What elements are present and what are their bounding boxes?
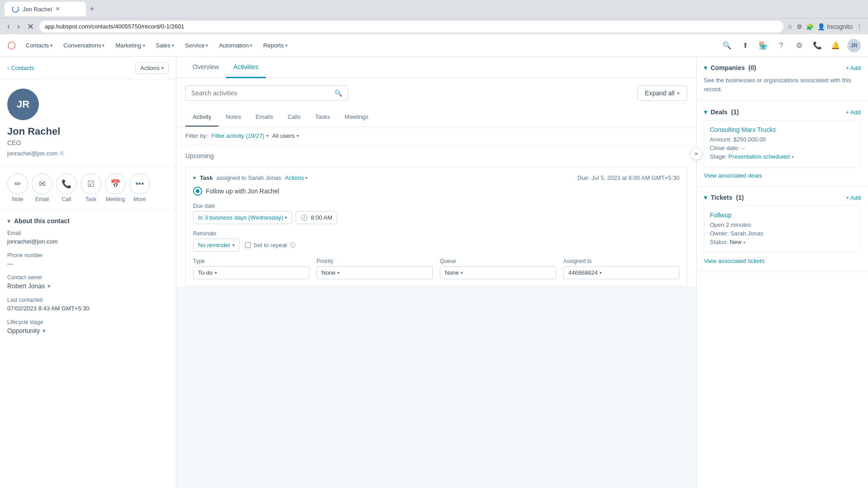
queue-select-button[interactable]: None ▾ xyxy=(440,266,556,279)
user-filter-button[interactable]: All users ▾ xyxy=(272,132,299,139)
nav-automation[interactable]: Automation ▾ xyxy=(214,39,257,52)
right-panel: ▾ Companies (0) + Add See the businesses… xyxy=(696,57,868,488)
settings-icon[interactable]: ⚙ xyxy=(797,23,802,30)
view-tickets-link[interactable]: View associated tickets xyxy=(704,258,861,264)
new-tab-button[interactable]: + xyxy=(90,5,94,14)
lifecycle-dropdown-icon[interactable]: ▾ xyxy=(42,327,46,334)
task-actions-button[interactable]: Actions ▾ xyxy=(285,174,308,181)
expand-all-label: Expand all xyxy=(645,89,675,97)
sidebar-collapse-button[interactable]: » xyxy=(690,147,703,160)
filter-bar: Filter by: Filter activity (19/27) ▾ All… xyxy=(176,127,696,145)
nav-sales[interactable]: Sales ▾ xyxy=(151,39,179,52)
reminder-picker-button[interactable]: No reminder ▾ xyxy=(193,239,240,252)
deals-add-button[interactable]: + Add xyxy=(845,109,861,116)
search-icon[interactable]: 🔍 xyxy=(721,39,733,52)
type-select-button[interactable]: To-do ▾ xyxy=(193,266,309,279)
set-to-repeat-label: Set to repeat xyxy=(254,242,287,249)
view-deals-link[interactable]: View associated deals xyxy=(704,172,861,179)
more-action-button[interactable]: ••• More xyxy=(129,174,150,202)
tickets-collapse-icon[interactable]: ▾ xyxy=(704,194,707,201)
ticket-status-label: Status: xyxy=(710,239,728,245)
nav-contacts-label: Contacts xyxy=(26,42,49,49)
nav-reports[interactable]: Reports ▾ xyxy=(259,39,292,52)
tab-activities[interactable]: Activities xyxy=(226,57,265,78)
activity-filter-button[interactable]: Filter activity (19/27) ▾ xyxy=(212,132,269,139)
hubspot-logo[interactable]: ⬡ xyxy=(7,40,16,52)
priority-select-button[interactable]: None ▾ xyxy=(316,266,433,279)
due-date-picker-button[interactable]: In 3 business days (Wednesday) ▾ xyxy=(193,211,292,224)
email-action-button[interactable]: ✉ Email xyxy=(32,174,52,202)
companies-section-header: ▾ Companies (0) + Add xyxy=(704,64,861,71)
tab-overview[interactable]: Overview xyxy=(185,57,226,78)
notifications-icon[interactable]: 🔔 xyxy=(829,39,842,52)
phone-icon[interactable]: 📞 xyxy=(811,39,824,52)
activity-tab-emails[interactable]: Emails xyxy=(248,108,280,127)
nav-sales-chevron: ▾ xyxy=(172,43,174,48)
back-to-contacts-link[interactable]: ‹ Contacts xyxy=(7,65,34,71)
activity-tab-notes[interactable]: Notes xyxy=(218,108,248,127)
task-collapse-icon[interactable]: ▾ xyxy=(193,174,196,181)
nav-right-icons: 🔍 ⬆ 🏪 ? ⚙ 📞 🔔 JR xyxy=(721,39,861,52)
help-icon[interactable]: ? xyxy=(775,39,788,52)
owner-name: Robert Jonas xyxy=(7,282,45,290)
task-check-circle[interactable] xyxy=(193,187,202,196)
time-picker-button[interactable]: 🕗 8:00 AM xyxy=(296,211,337,224)
copy-email-icon[interactable]: ⎘ xyxy=(60,150,64,157)
actions-button[interactable]: Actions ▾ xyxy=(135,62,169,74)
about-section-header[interactable]: ▾ About this contact xyxy=(7,217,169,225)
bookmark-icon[interactable]: ☆ xyxy=(787,23,793,30)
note-action-button[interactable]: ✏ Note xyxy=(7,174,28,202)
activity-tab-calls[interactable]: Calls xyxy=(280,108,308,127)
nav-contacts[interactable]: Contacts ▾ xyxy=(21,39,57,52)
tab-close-button[interactable]: × xyxy=(56,5,60,13)
deal-stage-value[interactable]: Presentation scheduled xyxy=(728,153,790,160)
call-action-button[interactable]: 📞 Call xyxy=(56,174,77,202)
nav-conversations[interactable]: Conversations ▾ xyxy=(59,39,109,52)
search-activities-box[interactable]: 🔍 xyxy=(185,85,348,101)
nav-service[interactable]: Service ▾ xyxy=(180,39,212,52)
reload-button[interactable]: ✕ xyxy=(25,21,36,33)
activity-tab-tasks-label: Tasks xyxy=(315,113,330,120)
extensions-icon[interactable]: 🧩 xyxy=(806,23,814,30)
contact-name: Jon Rachel xyxy=(7,126,169,137)
contact-email-value: jonrachel@jon.com xyxy=(7,150,57,157)
ticket-status-value[interactable]: New xyxy=(730,239,741,245)
forward-button[interactable]: › xyxy=(15,21,22,32)
owner-field-label: Contact owner xyxy=(7,274,169,281)
search-activities-input[interactable] xyxy=(191,89,331,97)
companies-collapse-icon[interactable]: ▾ xyxy=(704,64,707,71)
owner-dropdown-icon[interactable]: ▾ xyxy=(47,282,51,290)
menu-icon[interactable]: ⋮ xyxy=(856,23,863,30)
nav-automation-chevron: ▾ xyxy=(250,43,252,48)
back-button[interactable]: ‹ xyxy=(5,21,12,32)
activity-tab-tasks[interactable]: Tasks xyxy=(308,108,337,127)
marketplace-icon[interactable]: 🏪 xyxy=(757,39,769,52)
assigned-to-label: Assigned to xyxy=(563,258,679,264)
call-icon: 📞 xyxy=(56,174,77,194)
meeting-action-button[interactable]: 📅 Meeting xyxy=(105,174,126,202)
ticket-name-link[interactable]: Follwup xyxy=(710,211,855,219)
browser-tab[interactable]: Jon Rachel × xyxy=(5,2,86,16)
settings-icon[interactable]: ⚙ xyxy=(793,39,806,52)
expand-all-button[interactable]: Expand all ▾ xyxy=(637,85,687,101)
deals-collapse-icon[interactable]: ▾ xyxy=(704,108,707,116)
user-avatar[interactable]: JR xyxy=(847,39,861,52)
activity-tab-meetings[interactable]: Meetings xyxy=(337,108,376,127)
more-icon: ••• xyxy=(129,174,150,194)
tickets-add-button[interactable]: + Add xyxy=(845,194,861,201)
nav-marketing[interactable]: Marketing ▾ xyxy=(111,39,149,52)
set-to-repeat-checkbox[interactable] xyxy=(245,242,251,248)
task-action-button[interactable]: ☑ Task xyxy=(80,174,101,202)
profile-icon[interactable]: 👤 Incognito xyxy=(817,23,853,30)
upgrade-icon[interactable]: ⬆ xyxy=(739,39,751,52)
companies-section: ▾ Companies (0) + Add See the businesses… xyxy=(697,57,868,101)
owner-field-value: Robert Jonas ▾ xyxy=(7,282,169,290)
email-field-value: jonrachel@jon.com xyxy=(7,238,169,245)
url-bar[interactable]: app.hubspot.com/contacts/40055750/record… xyxy=(39,21,783,33)
companies-add-button[interactable]: + Add xyxy=(845,65,861,71)
activity-tab-activity[interactable]: Activity xyxy=(185,108,218,127)
deal-name-link[interactable]: Consulting Marx Trucks xyxy=(710,126,855,133)
nav-reports-chevron: ▾ xyxy=(285,43,288,48)
assigned-to-select-button[interactable]: 446868624 ▾ xyxy=(563,266,679,279)
deal-card: Consulting Marx Trucks Amount: $250,000.… xyxy=(704,120,861,168)
